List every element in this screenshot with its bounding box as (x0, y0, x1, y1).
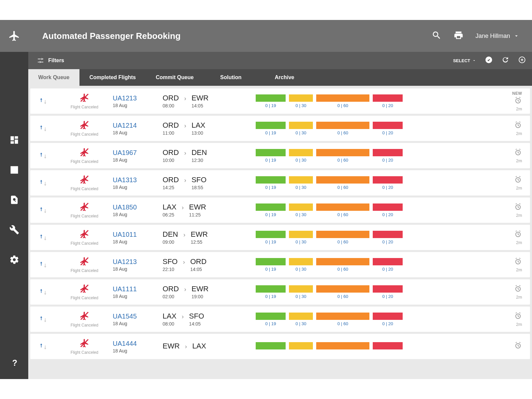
origin-code: DEN (163, 230, 178, 239)
origin-time: 11:00 (163, 130, 179, 136)
flight-id[interactable]: UA1850 18 Aug (113, 203, 163, 217)
alarm-time: 2m (516, 131, 522, 136)
passenger-bars (256, 342, 495, 351)
sort-handle[interactable] (38, 205, 56, 215)
flight-id[interactable]: UA1111 18 Aug (113, 285, 163, 299)
flight-status: Flight Canceled (56, 338, 113, 355)
flight-number: UA1545 (113, 313, 163, 320)
sidebar-settings-icon[interactable] (9, 255, 19, 266)
flight-rows: Flight Canceled UA1213 18 Aug ORD 08:00 … (28, 86, 532, 379)
flight-row[interactable]: Flight Canceled UA1213 18 Aug ORD 08:00 … (30, 88, 530, 114)
flight-number: UA1214 (113, 122, 163, 129)
flight-row[interactable]: Flight Canceled UA1444 18 Aug EWR › LAX (30, 334, 530, 359)
dest-code: SFO (192, 176, 206, 184)
sidebar-tools-icon[interactable] (9, 225, 19, 236)
flight-row[interactable]: Flight Canceled UA1011 18 Aug DEN 09:00 … (30, 225, 530, 250)
sort-handle[interactable] (38, 96, 56, 106)
row-meta (495, 341, 522, 351)
sort-handle[interactable] (38, 341, 56, 351)
tab-commit-queue[interactable]: Commit Queue (146, 69, 204, 86)
dest-time: 12:30 (192, 158, 207, 163)
bar-orange-label: 0 | 60 (337, 294, 348, 299)
alarm-time: 2m (516, 213, 522, 218)
flight-canceled-icon (79, 338, 90, 349)
bar-green (256, 342, 286, 349)
flight-id[interactable]: UA1444 18 Aug (113, 340, 163, 353)
sidebar-analytics-icon[interactable] (9, 165, 19, 176)
bar-red-label: 0 | 20 (382, 158, 393, 163)
filters-button[interactable]: Filters (37, 57, 64, 64)
flight-row[interactable]: Flight Canceled UA1545 18 Aug LAX 08:00 … (30, 307, 530, 332)
bar-red-label: 0 | 20 (382, 294, 393, 299)
flight-id[interactable]: UA1011 18 Aug (113, 231, 163, 244)
origin-time: 22:10 (163, 267, 178, 272)
passenger-bars: 0 | 19 0 | 30 0 | 60 0 | 20 (256, 313, 495, 326)
flight-row[interactable]: Flight Canceled UA1111 18 Aug ORD 02:00 … (30, 279, 530, 305)
flight-id[interactable]: UA1213 18 Aug (113, 258, 163, 272)
sort-handle[interactable] (38, 123, 56, 133)
bar-red-label: 0 | 20 (382, 321, 393, 326)
bar-yellow (289, 94, 313, 102)
select-dropdown[interactable]: SELECT (453, 58, 476, 63)
passenger-bars: 0 | 19 0 | 30 0 | 60 0 | 20 (256, 285, 495, 299)
flight-canceled-icon (79, 120, 90, 131)
search-icon[interactable] (432, 30, 442, 42)
bar-orange-label: 0 | 60 (337, 158, 348, 163)
dest-code: LAX (192, 342, 206, 350)
user-menu[interactable]: Jane Hillman (475, 33, 519, 40)
flight-row[interactable]: Flight Canceled UA1214 18 Aug ORD 11:00 … (30, 116, 530, 141)
bar-green-label: 0 | 19 (265, 267, 276, 272)
dest-code: EWR (189, 203, 206, 211)
sidebar-search-doc-icon[interactable] (9, 195, 19, 206)
flight-number: UA1850 (113, 203, 163, 211)
alarm-time: 2m (516, 267, 522, 272)
flight-status: Flight Canceled (56, 202, 113, 218)
flight-id[interactable]: UA1545 18 Aug (113, 313, 163, 326)
sidebar-help-icon[interactable]: ? (9, 358, 19, 369)
add-circle-icon[interactable] (518, 56, 526, 65)
flight-id[interactable]: UA1213 18 Aug (113, 94, 163, 108)
bar-yellow-label: 0 | 30 (296, 158, 306, 163)
sort-handle[interactable] (38, 314, 56, 324)
bar-orange-label: 0 | 60 (337, 130, 348, 135)
route: ORD 02:00 › EWR 19:00 (163, 285, 256, 299)
flight-row[interactable]: Flight Canceled UA1967 18 Aug ORD 10:00 … (30, 143, 530, 168)
status-label: Flight Canceled (70, 323, 98, 328)
bar-green-label: 0 | 19 (265, 158, 276, 163)
flight-row[interactable]: Flight Canceled UA1213 18 Aug SFO 22:10 … (30, 252, 530, 277)
approve-check-icon[interactable] (485, 56, 493, 65)
route-arrow-icon: › (184, 95, 186, 102)
bar-yellow (289, 176, 313, 184)
alarm-clock-icon (514, 312, 522, 321)
tab-completed-flights[interactable]: Completed Flights (79, 69, 146, 86)
bar-orange (316, 203, 369, 211)
print-icon[interactable] (454, 30, 464, 42)
new-badge: NEW (512, 91, 522, 96)
origin-time: 14:25 (163, 185, 179, 190)
sidebar-dashboard-icon[interactable] (9, 135, 19, 146)
flight-number: UA1444 (113, 340, 163, 347)
sort-handle[interactable] (38, 232, 56, 242)
sort-handle[interactable] (38, 287, 56, 297)
flight-id[interactable]: UA1313 18 Aug (113, 176, 163, 190)
sort-handle[interactable] (38, 260, 56, 270)
flight-id[interactable]: UA1214 18 Aug (113, 122, 163, 135)
alarm-clock-icon (514, 176, 522, 185)
tab-work-queue[interactable]: Work Queue (28, 69, 79, 86)
refresh-icon[interactable] (501, 56, 509, 65)
bar-orange (316, 176, 369, 184)
flight-row[interactable]: Flight Canceled UA1850 18 Aug LAX 06:25 … (30, 198, 530, 223)
bar-yellow (289, 285, 313, 293)
bar-yellow-label: 0 | 30 (296, 294, 306, 299)
sort-handle[interactable] (38, 178, 56, 188)
bar-yellow (289, 122, 313, 129)
tab-solution[interactable]: Solution (203, 69, 258, 86)
sort-handle[interactable] (38, 151, 56, 161)
row-meta: 2m (495, 176, 522, 191)
bar-green-label: 0 | 19 (265, 185, 276, 190)
flight-id[interactable]: UA1967 18 Aug (113, 149, 163, 163)
flight-row[interactable]: Flight Canceled UA1313 18 Aug ORD 14:25 … (30, 170, 530, 196)
tab-archive[interactable]: Archive (258, 69, 311, 86)
dest-time: 12:55 (191, 239, 207, 245)
bar-red (373, 203, 403, 211)
